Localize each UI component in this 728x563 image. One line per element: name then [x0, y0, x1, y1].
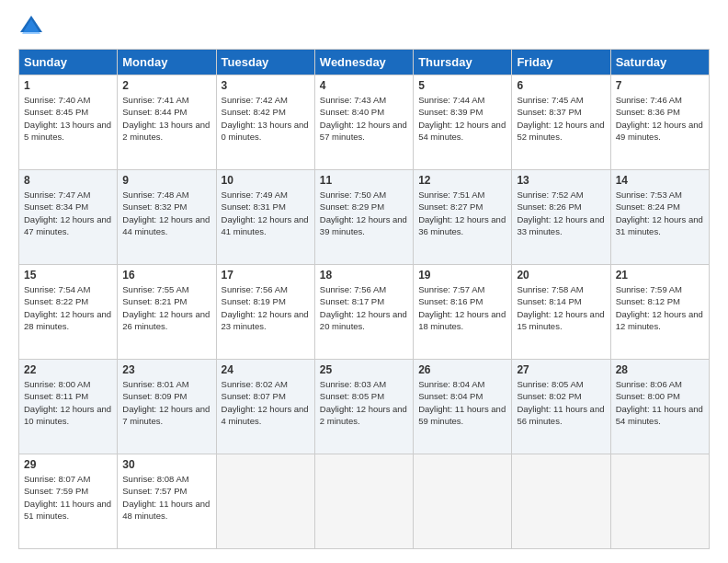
daylight-text: Daylight: 11 hours and 59 minutes.: [418, 403, 506, 428]
day-info: Sunrise: 7:52 AMSunset: 8:26 PMDaylight:…: [517, 189, 605, 237]
day-cell-27: 27Sunrise: 8:05 AMSunset: 8:02 PMDayligh…: [512, 360, 610, 454]
sunset-text: Sunset: 8:05 PM: [320, 390, 408, 402]
col-header-monday: Monday: [118, 50, 216, 75]
daylight-text: Daylight: 11 hours and 56 minutes.: [517, 403, 605, 428]
day-info: Sunrise: 8:04 AMSunset: 8:04 PMDaylight:…: [418, 378, 506, 427]
day-cell-1: 1Sunrise: 7:40 AMSunset: 8:45 PMDaylight…: [19, 75, 118, 170]
daylight-text: Daylight: 12 hours and 54 minutes.: [418, 119, 506, 144]
daylight-text: Daylight: 13 hours and 0 minutes.: [222, 119, 310, 144]
sunset-text: Sunset: 8:39 PM: [418, 106, 506, 118]
daylight-text: Daylight: 12 hours and 39 minutes.: [320, 213, 408, 238]
sunset-text: Sunset: 8:31 PM: [222, 201, 310, 213]
week-row-3: 15Sunrise: 7:54 AMSunset: 8:22 PMDayligh…: [19, 265, 710, 360]
day-number: 17: [222, 269, 310, 282]
sunset-text: Sunset: 8:29 PM: [320, 201, 408, 213]
page: SundayMondayTuesdayWednesdayThursdayFrid…: [0, 0, 728, 563]
day-cell-23: 23Sunrise: 8:01 AMSunset: 8:09 PMDayligh…: [118, 360, 216, 454]
sunset-text: Sunset: 8:19 PM: [222, 295, 310, 307]
daylight-text: Daylight: 12 hours and 18 minutes.: [418, 308, 506, 333]
sunset-text: Sunset: 8:02 PM: [517, 390, 605, 402]
daylight-text: Daylight: 12 hours and 31 minutes.: [616, 213, 704, 238]
sunset-text: Sunset: 8:42 PM: [222, 106, 310, 118]
empty-cell: [512, 454, 610, 549]
col-header-wednesday: Wednesday: [314, 50, 413, 75]
daylight-text: Daylight: 12 hours and 41 minutes.: [222, 213, 310, 238]
sunrise-text: Sunrise: 7:44 AM: [418, 94, 506, 106]
day-cell-6: 6Sunrise: 7:45 AMSunset: 8:37 PMDaylight…: [512, 75, 610, 170]
daylight-text: Daylight: 12 hours and 57 minutes.: [320, 119, 408, 144]
day-cell-2: 2Sunrise: 7:41 AMSunset: 8:44 PMDaylight…: [118, 75, 216, 170]
sunset-text: Sunset: 8:16 PM: [418, 295, 506, 307]
sunrise-text: Sunrise: 7:43 AM: [320, 94, 408, 106]
day-number: 18: [320, 269, 408, 282]
sunrise-text: Sunrise: 7:40 AM: [24, 94, 112, 106]
sunrise-text: Sunrise: 7:59 AM: [616, 283, 704, 295]
day-info: Sunrise: 7:58 AMSunset: 8:14 PMDaylight:…: [517, 283, 605, 332]
day-number: 6: [517, 79, 605, 92]
day-cell-14: 14Sunrise: 7:53 AMSunset: 8:24 PMDayligh…: [610, 170, 709, 265]
daylight-text: Daylight: 12 hours and 47 minutes.: [24, 213, 112, 238]
day-info: Sunrise: 8:05 AMSunset: 8:02 PMDaylight:…: [517, 378, 605, 427]
daylight-text: Daylight: 12 hours and 28 minutes.: [24, 308, 112, 333]
sunrise-text: Sunrise: 7:53 AM: [616, 189, 704, 201]
week-row-1: 1Sunrise: 7:40 AMSunset: 8:45 PMDaylight…: [19, 75, 710, 170]
daylight-text: Daylight: 12 hours and 12 minutes.: [616, 308, 704, 333]
day-info: Sunrise: 7:40 AMSunset: 8:45 PMDaylight:…: [24, 94, 112, 143]
calendar: SundayMondayTuesdayWednesdayThursdayFrid…: [18, 49, 710, 549]
empty-cell: [216, 454, 314, 549]
day-info: Sunrise: 8:06 AMSunset: 8:00 PMDaylight:…: [616, 378, 704, 427]
day-info: Sunrise: 7:49 AMSunset: 8:31 PMDaylight:…: [222, 189, 310, 237]
sunrise-text: Sunrise: 7:45 AM: [517, 94, 605, 106]
sunset-text: Sunset: 7:59 PM: [24, 485, 112, 497]
day-number: 3: [222, 79, 310, 92]
day-number: 1: [24, 79, 112, 92]
sunset-text: Sunset: 8:14 PM: [517, 295, 605, 307]
sunrise-text: Sunrise: 8:07 AM: [24, 473, 112, 485]
day-info: Sunrise: 7:44 AMSunset: 8:39 PMDaylight:…: [418, 94, 506, 143]
week-row-2: 8Sunrise: 7:47 AMSunset: 8:34 PMDaylight…: [19, 170, 710, 265]
empty-cell: [414, 454, 512, 549]
day-cell-12: 12Sunrise: 7:51 AMSunset: 8:27 PMDayligh…: [414, 170, 512, 265]
daylight-text: Daylight: 12 hours and 26 minutes.: [122, 308, 210, 333]
week-row-5: 29Sunrise: 8:07 AMSunset: 7:59 PMDayligh…: [19, 454, 710, 549]
day-info: Sunrise: 7:46 AMSunset: 8:36 PMDaylight:…: [616, 94, 704, 143]
sunrise-text: Sunrise: 7:46 AM: [616, 94, 704, 106]
daylight-text: Daylight: 13 hours and 2 minutes.: [122, 119, 210, 144]
day-number: 11: [320, 174, 408, 187]
sunset-text: Sunset: 8:17 PM: [320, 295, 408, 307]
sunrise-text: Sunrise: 8:02 AM: [222, 378, 310, 390]
day-cell-18: 18Sunrise: 7:56 AMSunset: 8:17 PMDayligh…: [314, 265, 413, 360]
calendar-header-row: SundayMondayTuesdayWednesdayThursdayFrid…: [19, 50, 710, 75]
day-number: 12: [418, 174, 506, 187]
sunrise-text: Sunrise: 7:55 AM: [122, 283, 210, 295]
daylight-text: Daylight: 12 hours and 2 minutes.: [320, 403, 408, 428]
day-number: 23: [122, 363, 210, 376]
daylight-text: Daylight: 12 hours and 15 minutes.: [517, 308, 605, 333]
daylight-text: Daylight: 12 hours and 10 minutes.: [24, 403, 112, 428]
day-info: Sunrise: 7:43 AMSunset: 8:40 PMDaylight:…: [320, 94, 408, 143]
daylight-text: Daylight: 11 hours and 48 minutes.: [122, 498, 210, 523]
day-info: Sunrise: 7:42 AMSunset: 8:42 PMDaylight:…: [222, 94, 310, 143]
day-cell-11: 11Sunrise: 7:50 AMSunset: 8:29 PMDayligh…: [314, 170, 413, 265]
day-cell-22: 22Sunrise: 8:00 AMSunset: 8:11 PMDayligh…: [19, 360, 118, 454]
day-info: Sunrise: 7:45 AMSunset: 8:37 PMDaylight:…: [517, 94, 605, 143]
day-cell-9: 9Sunrise: 7:48 AMSunset: 8:32 PMDaylight…: [118, 170, 216, 265]
daylight-text: Daylight: 13 hours and 5 minutes.: [24, 119, 112, 144]
day-info: Sunrise: 8:07 AMSunset: 7:59 PMDaylight:…: [24, 473, 112, 522]
day-number: 2: [122, 79, 210, 92]
day-number: 5: [418, 79, 506, 92]
sunset-text: Sunset: 8:07 PM: [222, 390, 310, 402]
day-cell-21: 21Sunrise: 7:59 AMSunset: 8:12 PMDayligh…: [610, 265, 709, 360]
sunrise-text: Sunrise: 7:51 AM: [418, 189, 506, 201]
sunrise-text: Sunrise: 8:06 AM: [616, 378, 704, 390]
day-cell-20: 20Sunrise: 7:58 AMSunset: 8:14 PMDayligh…: [512, 265, 610, 360]
day-cell-13: 13Sunrise: 7:52 AMSunset: 8:26 PMDayligh…: [512, 170, 610, 265]
sunrise-text: Sunrise: 7:58 AM: [517, 283, 605, 295]
day-info: Sunrise: 8:00 AMSunset: 8:11 PMDaylight:…: [24, 378, 112, 427]
col-header-thursday: Thursday: [414, 50, 512, 75]
day-number: 21: [616, 269, 704, 282]
day-number: 29: [24, 458, 112, 471]
day-number: 28: [616, 363, 704, 376]
day-number: 27: [517, 363, 605, 376]
daylight-text: Daylight: 12 hours and 36 minutes.: [418, 213, 506, 238]
